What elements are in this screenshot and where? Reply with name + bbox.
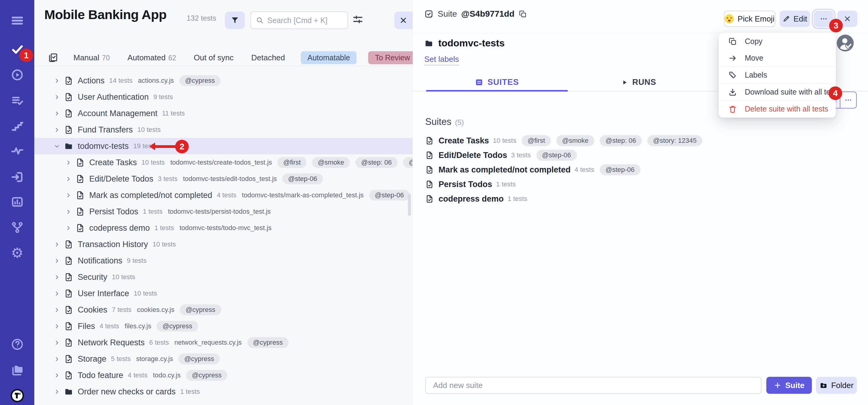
tag-badge[interactable]: @cypress [179, 75, 221, 86]
tag-badge[interactable]: @cypress [186, 370, 227, 381]
tag-badge[interactable]: @story: 12345 [403, 157, 412, 168]
tree-row[interactable]: Todo feature4 teststodo.cy.js@cypress [34, 367, 412, 383]
tab-suites[interactable]: SUITES [426, 74, 568, 91]
suite-name[interactable]: Account Management [78, 109, 157, 118]
plans-list-icon[interactable] [0, 93, 34, 108]
menu-item-copy[interactable]: Copy [719, 33, 836, 50]
suite-name[interactable]: Cookies [78, 305, 107, 315]
chevron-right-icon[interactable] [65, 209, 72, 215]
tree-row[interactable]: User Authentication9 tests [34, 89, 412, 105]
tree-row[interactable]: codepress demo1 teststodomvc-tests/todo-… [34, 220, 412, 236]
menu-item-download[interactable]: Download suite with all tests [719, 84, 836, 100]
filter-tab-manual[interactable]: Manual70 [73, 53, 110, 62]
suite-name[interactable]: User Authentication [78, 93, 149, 102]
menu-item-move[interactable]: Move [719, 50, 836, 66]
tree-row[interactable]: Storage5 testsstorage.cy.js@cypress [34, 351, 412, 367]
add-suite-button[interactable]: Suite [766, 377, 812, 394]
chevron-down-icon[interactable] [54, 143, 60, 149]
suite-name[interactable]: Edit/Delete Todos [439, 151, 507, 160]
suite-name[interactable]: codepress demo [89, 224, 150, 233]
analytics-icon[interactable] [0, 194, 34, 210]
tree-row[interactable]: Mark as completed/not completed4 teststo… [34, 187, 412, 203]
suite-name[interactable]: todomvc-tests [78, 142, 129, 151]
tag-badge[interactable]: @cypress [180, 304, 221, 315]
scrollbar-thumb[interactable] [408, 194, 411, 216]
suite-name[interactable]: Persist Todos [439, 180, 492, 189]
chevron-right-icon[interactable] [54, 307, 60, 313]
automatable-filter-badge[interactable]: Automatable [301, 51, 356, 64]
tag-badge[interactable]: @smoke [556, 135, 594, 146]
menu-item-delete[interactable]: Delete suite with all tests [719, 101, 836, 117]
suite-list-item[interactable]: Mark as completed/not completed4 tests@s… [425, 163, 856, 177]
tree-row[interactable]: Persist Todos1 teststodomvc-tests/persis… [34, 203, 412, 220]
tree-row[interactable]: Transaction History10 tests [34, 236, 412, 252]
menu-icon[interactable] [0, 13, 34, 29]
menu-item-labels[interactable]: Labels [719, 67, 836, 83]
chevron-right-icon[interactable] [54, 389, 60, 395]
tag-badge[interactable]: @cypress [179, 353, 220, 364]
filter-tab-automated[interactable]: Automated62 [127, 53, 176, 62]
tag-badge[interactable]: @first [522, 135, 551, 146]
chevron-right-icon[interactable] [54, 94, 60, 100]
set-labels-link[interactable]: Set labels [424, 55, 459, 65]
filter-button[interactable] [225, 11, 245, 29]
suite-name[interactable]: Persist Todos [89, 207, 138, 216]
chevron-right-icon[interactable] [54, 323, 60, 330]
tree-row[interactable]: Edit/Delete Todos3 teststodomvc-tests/ed… [34, 171, 412, 187]
suite-list-item[interactable]: Edit/Delete Todos3 tests@step-06 [425, 148, 856, 163]
tag-badge[interactable]: @step-06 [282, 173, 323, 184]
suite-more-button[interactable] [840, 92, 857, 108]
bulk-check-icon[interactable] [48, 53, 58, 63]
add-folder-button[interactable]: Folder [816, 377, 857, 394]
chevron-right-icon[interactable] [54, 110, 60, 117]
logo-icon[interactable] [0, 388, 34, 403]
chevron-right-icon[interactable] [65, 192, 72, 199]
suite-name[interactable]: Mark as completed/not completed [439, 165, 570, 175]
copy-suite-id-icon[interactable] [519, 10, 527, 18]
suite-name[interactable]: Create Tasks [439, 136, 489, 145]
settings-gear-icon[interactable]: ⚙ [0, 245, 34, 261]
tree-row[interactable]: Account Management11 tests [34, 105, 412, 122]
tree-row[interactable]: Order new checks or cards1 tests [34, 383, 412, 400]
filter-tab-detached[interactable]: Detached [251, 53, 285, 62]
chevron-right-icon[interactable] [54, 340, 60, 346]
suite-name[interactable]: Actions [78, 76, 105, 86]
tree-row[interactable]: Notifications9 tests [34, 252, 412, 269]
suite-name[interactable]: Notifications [78, 256, 122, 266]
suite-name[interactable]: Files [78, 322, 95, 331]
suite-name[interactable]: Storage [78, 355, 106, 364]
tag-badge[interactable]: @step: 06 [600, 135, 642, 146]
suite-name[interactable]: Edit/Delete Todos [89, 174, 153, 184]
tree-row[interactable]: Actions14 testsactions.cy.js@cypress [34, 72, 412, 89]
help-icon[interactable] [0, 336, 34, 352]
pick-emoji-button[interactable]: Pick Emoji [724, 11, 775, 27]
chevron-right-icon[interactable] [65, 160, 72, 166]
signin-icon[interactable] [0, 169, 34, 185]
chevron-right-icon[interactable] [54, 127, 60, 133]
tree-row[interactable]: Files4 testsfiles.cy.js@cypress [34, 318, 412, 334]
tag-badge[interactable]: @cypress [247, 337, 289, 348]
tree-row[interactable]: todomvc-tests19 tests [34, 138, 412, 154]
suite-name[interactable]: codepress demo [439, 194, 504, 204]
chevron-right-icon[interactable] [54, 274, 60, 280]
suite-name[interactable]: Transaction History [78, 240, 148, 249]
tag-badge[interactable]: @step-06 [600, 164, 640, 175]
chevron-right-icon[interactable] [65, 176, 72, 182]
search-input[interactable] [268, 16, 344, 25]
steps-icon[interactable] [0, 118, 34, 134]
filter-tab-out-of-sync[interactable]: Out of sync [194, 53, 234, 62]
tag-badge[interactable]: @step-06 [369, 190, 410, 201]
chevron-right-icon[interactable] [54, 356, 60, 362]
tree-row[interactable]: Cookies7 testscookies.cy.js@cypress [34, 302, 412, 318]
tree-row[interactable]: Fund Transfers10 tests [34, 122, 412, 138]
tree-row[interactable]: User Interface10 tests [34, 285, 412, 302]
chevron-right-icon[interactable] [54, 241, 60, 248]
search-box[interactable] [250, 11, 348, 29]
suite-list-item[interactable]: Persist Todos1 tests [425, 177, 856, 192]
tag-badge[interactable]: @step: 06 [355, 157, 398, 168]
suite-name[interactable]: Fund Transfers [78, 125, 133, 135]
add-new-suite-input[interactable] [425, 377, 762, 394]
chevron-right-icon[interactable] [65, 225, 72, 231]
to-review-filter-badge[interactable]: To Review [368, 51, 416, 64]
tag-badge[interactable]: @cypress [157, 321, 198, 332]
